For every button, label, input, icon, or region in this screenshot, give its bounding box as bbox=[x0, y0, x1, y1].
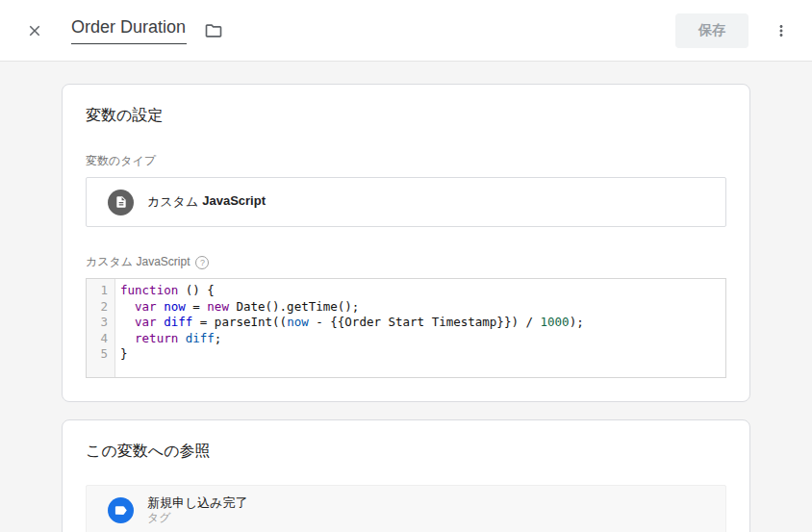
code-line: function () { bbox=[120, 283, 584, 299]
variable-settings-card: 変数の設定 変数のタイプ カスタムJavaScript カスタム JavaScr… bbox=[62, 84, 750, 402]
main-content: 変数の設定 変数のタイプ カスタムJavaScript カスタム JavaScr… bbox=[0, 62, 812, 532]
line-number: 4 bbox=[87, 331, 114, 347]
settings-card-heading: 変数の設定 bbox=[86, 106, 726, 126]
reference-item[interactable]: 新規申し込み完了 タグ bbox=[86, 485, 726, 532]
topbar: Order Duration 保存 bbox=[0, 0, 812, 62]
code-line: } bbox=[120, 346, 584, 363]
variable-type-label: 変数のタイプ bbox=[86, 153, 726, 169]
help-icon[interactable]: ? bbox=[195, 256, 209, 269]
line-number: 5 bbox=[87, 346, 114, 363]
line-number: 2 bbox=[87, 299, 114, 316]
code-gutter: 12345 bbox=[87, 279, 115, 377]
folder-icon[interactable] bbox=[202, 19, 225, 42]
custom-js-label: カスタム JavaScript ? bbox=[86, 254, 726, 270]
title-wrap: Order Duration bbox=[71, 17, 225, 44]
variable-name-input[interactable]: Order Duration bbox=[71, 17, 187, 44]
close-icon[interactable] bbox=[23, 19, 46, 42]
tag-icon bbox=[108, 497, 134, 523]
line-number: 3 bbox=[87, 315, 114, 331]
reference-text: 新規申し込み完了 タグ bbox=[147, 494, 248, 525]
document-icon bbox=[108, 190, 134, 215]
kebab-menu-icon[interactable] bbox=[770, 19, 793, 42]
code-content: function () { var now = new Date().getTi… bbox=[115, 279, 584, 377]
code-editor[interactable]: 12345 function () { var now = new Date()… bbox=[86, 278, 726, 378]
code-line: var diff = parseInt((now - {{Order Start… bbox=[120, 315, 584, 331]
line-number: 1 bbox=[87, 283, 114, 299]
variable-type-selector[interactable]: カスタムJavaScript bbox=[86, 177, 726, 227]
code-line: return diff; bbox=[120, 331, 584, 347]
references-card-heading: この変数への参照 bbox=[86, 442, 726, 462]
reference-title: 新規申し込み完了 bbox=[147, 494, 248, 511]
save-button[interactable]: 保存 bbox=[675, 13, 749, 48]
references-card: この変数への参照 新規申し込み完了 タグ bbox=[62, 419, 750, 532]
variable-type-value: カスタムJavaScript bbox=[147, 193, 266, 211]
reference-subtitle: タグ bbox=[147, 511, 248, 525]
code-line: var now = new Date().getTime(); bbox=[120, 299, 584, 316]
